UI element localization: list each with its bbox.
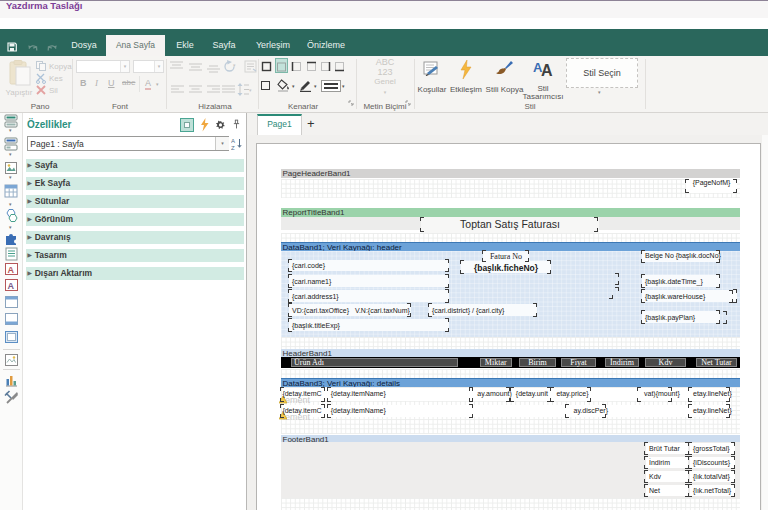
svg-text:A: A <box>8 281 15 291</box>
svg-text:A: A <box>8 265 15 275</box>
svg-text:Z: Z <box>231 145 235 151</box>
svg-text:A: A <box>231 138 235 144</box>
svg-text:A: A <box>541 62 553 79</box>
